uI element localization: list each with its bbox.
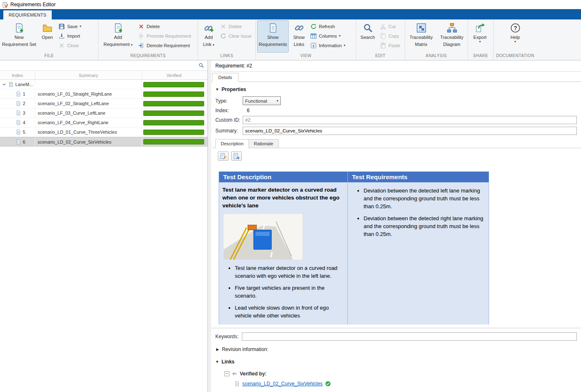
import-button[interactable]: Import (58, 32, 97, 40)
columns-caret-icon[interactable]: ▾ (339, 34, 340, 38)
information-icon (310, 42, 317, 49)
add-requirement-caret-icon[interactable]: ▾ (131, 43, 133, 47)
row-index: 5 (23, 130, 25, 135)
collapse-chevron-icon[interactable] (2, 82, 7, 87)
paste-icon (380, 42, 386, 49)
refresh-button[interactable]: Refresh (309, 22, 354, 31)
add-link-label-2-text: Link (203, 42, 211, 47)
verified-bar (143, 139, 204, 144)
export-button[interactable]: Export ▾ (469, 20, 491, 53)
export-caret-icon[interactable]: ▾ (479, 40, 481, 43)
save-label: Save (67, 24, 77, 29)
tree-row-1[interactable]: 1 scenario_LF_01_Straight_RightLane (0, 89, 207, 99)
collapse-box-icon[interactable]: − (224, 371, 229, 376)
delete-requirement-button[interactable]: Delete (137, 22, 196, 31)
help-button[interactable]: Help ▾ (504, 20, 527, 53)
import-label: Import (67, 34, 80, 38)
close-button[interactable]: Close (58, 41, 97, 50)
tab-description[interactable]: Description (215, 139, 249, 148)
promote-icon (138, 33, 145, 39)
show-links-label-1: Show (293, 35, 305, 40)
bullet: Lead vehicle slows down in front of ego … (235, 304, 344, 320)
column-search-icon[interactable] (198, 63, 204, 68)
tab-requirements[interactable]: REQUIREMENTS (3, 10, 52, 19)
demote-requirement-button[interactable]: Demote Requirement (137, 41, 196, 50)
type-label: Type: (215, 98, 243, 104)
add-requirement-label-2: Requirement ▾ (104, 42, 133, 47)
information-caret-icon[interactable]: ▾ (344, 44, 345, 47)
tree-panel-toolbar (0, 60, 207, 71)
requirement-icon (16, 139, 21, 145)
tab-rationale[interactable]: Rationale (249, 139, 278, 148)
help-caret-icon[interactable]: ▾ (514, 40, 516, 43)
show-requirements-label-2: Requirements (259, 42, 287, 47)
backlink-arrow-icon: ⇐ (232, 370, 237, 377)
column-header-index[interactable]: Index (0, 71, 35, 79)
driving-scenario-image (223, 214, 303, 260)
row-summary-cell: scenario_LF_03_Curve_LeftLane (35, 108, 142, 118)
toolstrip-tab-row: REQUIREMENTS (0, 9, 581, 19)
clear-issue-label: Clear Issue (229, 34, 252, 38)
window-title: Requirements Editor (10, 2, 55, 7)
keywords-input[interactable] (242, 332, 577, 341)
row-summary-cell: scenario_LD_02_Curve_SixVehicles (35, 137, 142, 146)
information-button[interactable]: Information ▾ (309, 41, 354, 50)
traceability-matrix-icon (416, 23, 427, 33)
type-select[interactable]: Functional ▾ (243, 96, 281, 105)
clear-issue-button[interactable]: Clear Issue (219, 32, 254, 40)
copy-button[interactable]: Copy (379, 32, 403, 40)
tree-row-4[interactable]: 4 scenario_LF_04_Curve_RightLane (0, 118, 207, 127)
delete-link-label: Delete (229, 24, 242, 29)
links-heading[interactable]: ▼ Links (215, 359, 581, 365)
description-content[interactable]: Test Description Test Requirements Test … (219, 171, 581, 325)
promote-requirement-button[interactable]: Promote Requirement (137, 32, 196, 40)
tab-details[interactable]: Details (212, 73, 239, 82)
save-dropdown-caret-icon[interactable]: ▾ (80, 25, 81, 28)
tree-row-root[interactable]: LaneM... (0, 80, 207, 89)
add-link-button[interactable]: Add Link ▾ (199, 20, 218, 53)
delete-link-button[interactable]: Delete (219, 22, 254, 31)
refresh-icon (310, 23, 317, 30)
open-external-editor-button[interactable] (231, 152, 242, 161)
show-requirements-button[interactable]: Show Requirements (257, 20, 289, 53)
open-external-editor-icon (233, 153, 240, 159)
show-links-button[interactable]: Show Links (289, 20, 309, 53)
refresh-label: Refresh (319, 24, 335, 29)
paste-button[interactable]: Paste (379, 41, 403, 50)
properties-heading[interactable]: ▼ Properties (215, 87, 577, 92)
tree-row-2[interactable]: 2 scenario_LF_02_Straight_LeftLane (0, 99, 207, 108)
traceability-diagram-button[interactable]: Traceability Diagram (437, 20, 467, 53)
traceability-matrix-button[interactable]: Traceability Matrix (406, 20, 436, 53)
panel-splitter[interactable] (208, 60, 211, 392)
tree-row-6-selected[interactable]: 6 scenario_LD_02_Curve_SixVehicles (0, 137, 207, 147)
delete-link-icon (220, 23, 227, 30)
section-divider (211, 328, 581, 328)
requirement-icon (16, 129, 21, 135)
search-button[interactable]: Search (357, 20, 378, 53)
verified-by-link[interactable]: scenario_LD_02_Curve_SixVehicles (242, 381, 323, 387)
requirement-icon (16, 120, 21, 125)
row-summary: scenario_LD_01_Curve_ThreeVehicles (38, 130, 117, 135)
revision-information-toggle[interactable]: ▶ Revision information: (216, 346, 581, 352)
column-header-summary[interactable]: Summary (35, 71, 142, 79)
add-link-icon (204, 23, 214, 33)
save-button[interactable]: Save ▾ (58, 22, 97, 31)
tree-row-3[interactable]: 3 scenario_LF_03_Curve_LeftLane (0, 108, 207, 118)
new-requirement-set-label-1: New (14, 35, 24, 40)
open-button[interactable]: Open (38, 20, 57, 53)
row-verified-cell (142, 99, 206, 108)
edit-rich-text-button[interactable] (218, 152, 229, 161)
table-header-test-description: Test Description (219, 172, 348, 183)
cut-button[interactable]: Cut (379, 22, 403, 31)
column-header-verified[interactable]: Verified (142, 71, 206, 79)
verified-bar (143, 111, 204, 116)
custom-id-input[interactable] (243, 116, 577, 124)
summary-input[interactable] (243, 127, 577, 135)
row-index: 1 (23, 91, 25, 96)
new-requirement-set-button[interactable]: New Requirement Set (1, 20, 37, 53)
columns-button[interactable]: Columns ▾ (309, 32, 354, 40)
add-link-caret-icon[interactable]: ▾ (213, 43, 215, 47)
add-requirement-button[interactable]: Add Requirement ▾ (100, 20, 136, 53)
verified-bar (143, 91, 204, 97)
tree-row-5[interactable]: 5 scenario_LD_01_Curve_ThreeVehicles (0, 127, 207, 137)
